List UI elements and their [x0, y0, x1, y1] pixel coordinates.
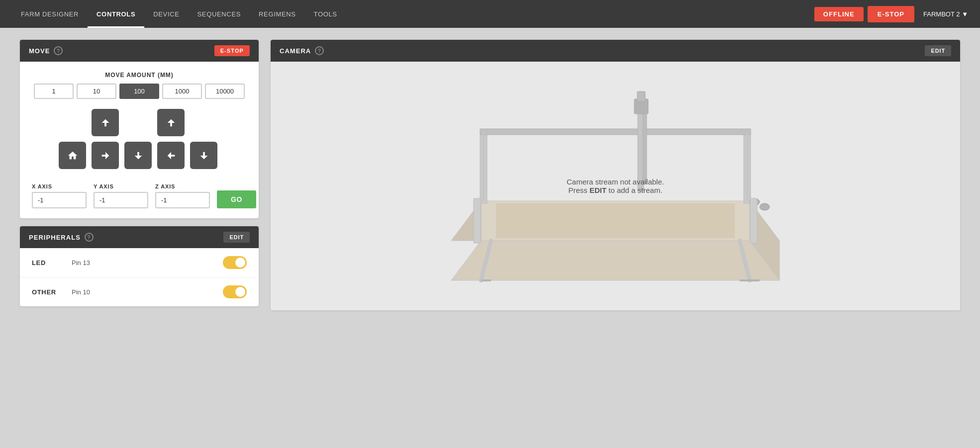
svg-marker-4: [496, 203, 735, 238]
spacer-3: [190, 109, 220, 139]
svg-rect-9: [643, 104, 647, 183]
y-axis-label: Y AXIS: [94, 183, 148, 189]
peripheral-other-pin: Pin 10: [72, 288, 223, 296]
svg-rect-7: [480, 129, 751, 135]
peripheral-row-other: OTHER Pin 10: [20, 277, 259, 306]
y-axis-group: Y AXIS: [94, 183, 148, 208]
go-button[interactable]: GO: [217, 190, 256, 208]
move-amount-label: MOVE AMOUNT (MM): [32, 72, 247, 79]
move-z-up-button[interactable]: [157, 109, 185, 136]
camera-no-stream-pre: Press: [568, 186, 589, 194]
top-nav: FARM DESIGNER CONTROLS DEVICE SEQUENCES …: [0, 0, 980, 28]
amount-btn-10000[interactable]: 10000: [205, 84, 245, 99]
nav-tools[interactable]: TOOLS: [305, 0, 346, 28]
camera-panel: CAMERA ? EDIT: [271, 40, 960, 310]
nav-regimens[interactable]: REGIMENS: [250, 0, 305, 28]
camera-no-stream-line1: Camera stream not available.: [567, 178, 664, 186]
estop-top-button[interactable]: E-STOP: [868, 6, 914, 22]
offline-button[interactable]: OFFLINE: [814, 7, 864, 21]
farmbot-selector[interactable]: FARMBOT 2 ▼: [923, 10, 968, 18]
peripheral-led-name: LED: [32, 259, 72, 267]
spacer-1: [59, 109, 89, 139]
move-y-down-button[interactable]: [124, 142, 152, 169]
peripheral-led-toggle[interactable]: [223, 256, 247, 269]
svg-point-15: [760, 203, 770, 210]
move-title: MOVE: [29, 47, 50, 55]
move-panel-header: MOVE ? E-STOP: [20, 40, 259, 62]
z-axis-group: Z AXIS: [155, 183, 210, 208]
amount-btn-1000[interactable]: 1000: [162, 84, 202, 99]
peripheral-other-name: OTHER: [32, 288, 72, 296]
move-body: MOVE AMOUNT (MM) 1 10 100 1000 10000: [20, 62, 259, 218]
camera-no-stream-text: Camera stream not available. Press EDIT …: [567, 178, 664, 194]
amount-btn-10[interactable]: 10: [77, 84, 116, 99]
svg-rect-17: [750, 198, 757, 243]
nav-farm-designer[interactable]: FARM DESIGNER: [12, 0, 88, 28]
move-x-left-button[interactable]: [92, 142, 119, 169]
amount-btn-100[interactable]: 100: [119, 84, 159, 99]
left-column: MOVE ? E-STOP MOVE AMOUNT (MM) 1 10 100 …: [20, 40, 259, 310]
camera-edit-button[interactable]: EDIT: [925, 45, 951, 56]
y-axis-input[interactable]: [94, 192, 148, 208]
move-y-up-button[interactable]: [92, 109, 119, 136]
z-axis-input[interactable]: [155, 192, 210, 208]
x-axis-input[interactable]: [32, 192, 87, 208]
svg-marker-0: [451, 241, 780, 280]
peripherals-panel-header: PERIPHERALS ? EDIT: [20, 226, 259, 248]
peripherals-title: PERIPHERALS: [29, 234, 81, 241]
axis-row: X AXIS Y AXIS Z AXIS GO: [32, 183, 247, 208]
main-content: MOVE ? E-STOP MOVE AMOUNT (MM) 1 10 100 …: [0, 28, 980, 322]
home-button[interactable]: [59, 142, 86, 169]
camera-help-icon[interactable]: ?: [315, 46, 324, 55]
svg-rect-16: [474, 198, 481, 243]
move-panel: MOVE ? E-STOP MOVE AMOUNT (MM) 1 10 100 …: [20, 40, 259, 218]
nav-controls[interactable]: CONTROLS: [88, 0, 144, 28]
camera-no-stream-post: to add a stream.: [606, 186, 663, 194]
estop-move-button[interactable]: E-STOP: [214, 45, 250, 56]
x-axis-group: X AXIS: [32, 183, 87, 208]
peripheral-led-pin: Pin 13: [72, 259, 223, 267]
amount-btn-1[interactable]: 1: [34, 84, 74, 99]
camera-title: CAMERA: [280, 47, 311, 55]
x-axis-label: X AXIS: [32, 183, 87, 189]
move-z-down-button[interactable]: [190, 142, 217, 169]
move-help-icon[interactable]: ?: [54, 46, 63, 55]
nav-sequences[interactable]: SEQUENCES: [189, 0, 250, 28]
move-amounts: 1 10 100 1000 10000: [32, 84, 247, 99]
svg-rect-11: [637, 91, 645, 101]
camera-panel-header: CAMERA ? EDIT: [271, 40, 960, 62]
peripheral-other-toggle[interactable]: [223, 285, 247, 298]
spacer-2: [124, 109, 154, 139]
z-axis-label: Z AXIS: [155, 183, 210, 189]
peripheral-row-led: LED Pin 13: [20, 248, 259, 277]
camera-no-stream-bold: EDIT: [589, 186, 606, 194]
camera-no-stream-line2: Press EDIT to add a stream.: [567, 186, 664, 194]
peripherals-edit-button[interactable]: EDIT: [223, 232, 250, 243]
nav-device[interactable]: DEVICE: [144, 0, 188, 28]
peripherals-help-icon[interactable]: ?: [85, 233, 94, 242]
direction-grid: [32, 109, 247, 172]
peripherals-panel: PERIPHERALS ? EDIT LED Pin 13 OTHER Pin …: [20, 226, 259, 306]
camera-body: Camera stream not available. Press EDIT …: [271, 62, 960, 310]
move-x-right-button[interactable]: [157, 142, 185, 169]
